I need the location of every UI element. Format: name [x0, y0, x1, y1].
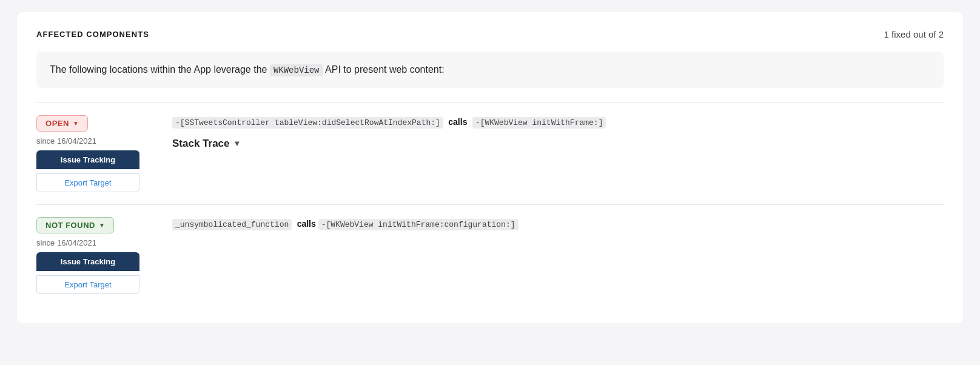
status-label-open: OPEN — [45, 119, 69, 128]
panel-title: AFFECTED COMPONENTS — [36, 30, 149, 39]
code-target-2: -[WKWebView initWithFrame:configuration:… — [318, 219, 519, 230]
export-target-button-2[interactable]: Export Target — [36, 275, 139, 294]
since-text-2: since 16/04/2021 — [36, 238, 96, 247]
description-box: The following locations within the App l… — [36, 52, 944, 88]
status-badge-open[interactable]: OPEN ▼ — [36, 115, 88, 132]
stack-trace-button[interactable]: Stack Trace ▼ — [172, 138, 241, 150]
right-panel-1: -[SSTweetsController tableView:didSelect… — [172, 115, 944, 192]
status-badge-not-found[interactable]: NOT FOUND ▼ — [36, 217, 114, 233]
description-code: WKWebView — [270, 64, 323, 76]
code-method-1: -[SSTweetsController tableView:didSelect… — [172, 117, 443, 129]
right-panel-2: _unsymbolicated_function calls -[WKWebVi… — [172, 217, 944, 294]
code-block-1: -[SSTweetsController tableView:didSelect… — [172, 115, 944, 130]
code-target-1: -[WKWebView initWithFrame:] — [472, 117, 606, 129]
calls-keyword-1: calls — [448, 117, 467, 127]
left-panel-1: OPEN ▼ since 16/04/2021 Issue Tracking E… — [36, 115, 158, 192]
affected-components-panel: AFFECTED COMPONENTS 1 fixed out of 2 The… — [17, 12, 963, 323]
issue-tracking-button-2[interactable]: Issue Tracking — [36, 252, 139, 271]
issue-tracking-button-1[interactable]: Issue Tracking — [36, 150, 139, 169]
chevron-down-icon-2: ▼ — [99, 222, 105, 229]
stack-trace-label: Stack Trace — [172, 138, 230, 150]
since-text-1: since 16/04/2021 — [36, 136, 96, 146]
code-func-2: _unsymbolicated_function — [172, 219, 292, 230]
stack-trace-chevron-icon: ▼ — [233, 139, 241, 148]
left-panel-2: NOT FOUND ▼ since 16/04/2021 Issue Track… — [36, 217, 158, 294]
calls-keyword-2: calls — [297, 219, 318, 229]
component-item-2: NOT FOUND ▼ since 16/04/2021 Issue Track… — [36, 204, 944, 306]
chevron-down-icon: ▼ — [73, 120, 79, 127]
fixed-status: 1 fixed out of 2 — [884, 29, 944, 39]
status-label-not-found: NOT FOUND — [45, 221, 95, 230]
panel-header: AFFECTED COMPONENTS 1 fixed out of 2 — [36, 29, 944, 39]
description-text-before: The following locations within the App l… — [50, 64, 270, 75]
export-target-button-1[interactable]: Export Target — [36, 173, 139, 192]
description-text-after: API to present web content: — [323, 64, 445, 75]
component-item-1: OPEN ▼ since 16/04/2021 Issue Tracking E… — [36, 102, 944, 204]
stack-trace-container: Stack Trace ▼ — [172, 138, 944, 150]
code-block-2: _unsymbolicated_function calls -[WKWebVi… — [172, 217, 944, 232]
